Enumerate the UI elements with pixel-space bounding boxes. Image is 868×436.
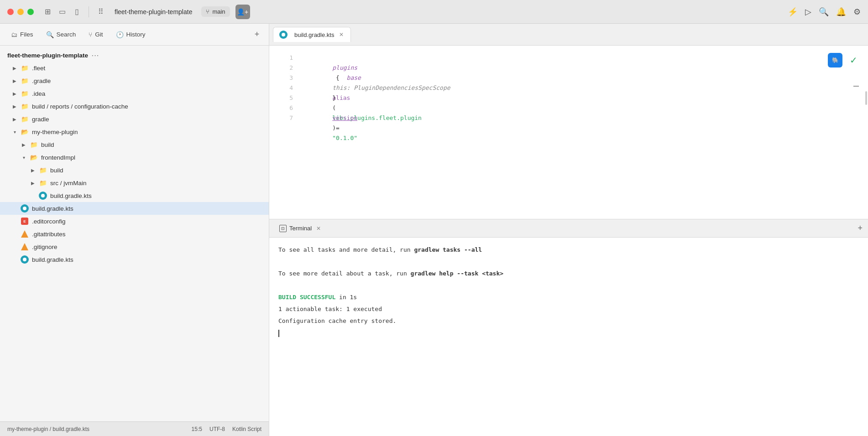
tree-item-label: build / reports / configuration-cache [32,103,128,110]
tree-item-gitignore[interactable]: ▶ .gitignore [0,240,269,253]
terminal-line-actionable: 1 actionable task: 1 executed [278,304,859,314]
chevron-right-icon: ▶ [20,141,27,148]
tree-root-menu[interactable]: ··· [92,52,99,59]
chevron-right-icon: ▶ [29,166,37,174]
folder-icon: 📁 [38,178,47,187]
tree-item-gradle[interactable]: ▶ 📁 gradle [0,113,269,125]
panel-right-icon[interactable]: ▯ [72,7,81,16]
terminal-cursor-line [278,328,859,338]
tree-item-editorconfig[interactable]: ▶ E .editorconfig [0,215,269,228]
vertical-scrollbar[interactable] [865,91,867,105]
code-line-3: alias ( libs.plugins.fleet.plugin ) [297,73,861,83]
tree-item-label: .editorconfig [32,218,66,225]
tree-item-gradle-dir[interactable]: ▶ 📁 .gradle [0,74,269,87]
folder-icon: 📁 [20,63,29,73]
terminal-cache-text: Configuration cache entry stored. [278,317,396,324]
terminal-icon: ⊡ [279,225,287,232]
add-terminal-button[interactable]: + [858,223,863,233]
tree-item-label: my-theme-plugin [32,129,78,135]
folder-icon: 📁 [29,140,38,149]
tree-item-src-jvmMain[interactable]: ▶ 📁 src / jvmMain [0,176,269,189]
gradle-tab-icon [279,30,288,39]
tree-item-label: .gitignore [32,244,58,250]
notification-icon[interactable]: 🔔 [836,7,846,17]
tab-git[interactable]: ⑂ Git [83,28,108,41]
branch-selector[interactable]: ⑂ main [201,6,230,17]
search-icon[interactable]: 🔍 [819,7,829,17]
terminal-text-1: To see all tasks and more detail, run [278,246,414,253]
tree-item-build2[interactable]: ▶ 📁 build [0,138,269,151]
line-num-2: 2 [273,63,293,73]
tree-item-build-gradle-kts-main[interactable]: ▶ build.gradle.kts [0,253,269,266]
terminal-bold-1: gradlew tasks --all [414,246,482,253]
tree-item-label: .gradle [32,78,51,84]
folder-icon: 🗂 [11,31,17,38]
tree-item-build-gradle-kts-inner[interactable]: ▶ build.gradle.kts [0,189,269,202]
language[interactable]: Kotlin Script [232,426,261,432]
terminal-close-icon[interactable]: ✕ [316,225,321,232]
breadcrumb: my-theme-plugin / build.gradle.kts [7,426,89,432]
titlebar-actions: ⚡ ▷ 🔍 🔔 ⚙ [788,7,861,17]
code-editor[interactable]: 1 2 3 4 5 6 7 plugins { this: PluginDepe… [269,46,868,219]
tab-search[interactable]: 🔍 Search [41,28,82,41]
cursor-position[interactable]: 15:5 [192,426,202,432]
minimize-button[interactable] [17,9,24,15]
tree-item-build-gradle-kts-root[interactable]: ▶ build.gradle.kts [0,202,269,215]
panel-bottom-icon[interactable]: ▭ [58,7,67,16]
sidebar-toggle-icon[interactable]: ⊞ [43,7,52,16]
check-button[interactable]: ✓ [846,53,861,67]
tree-item-my-theme-plugin[interactable]: ▾ 📂 my-theme-plugin [0,125,269,138]
git-branch-icon: ⑂ [206,8,209,15]
chevron-right-icon: ▶ [11,115,18,123]
code-content[interactable]: plugins { this: PluginDependenciesSpecSc… [297,46,868,219]
folder-icon: 📁 [20,114,29,124]
line-num-5: 5 [273,93,293,103]
tree-item-label: build.gradle.kts [32,256,73,263]
tree-item-fleet[interactable]: ▶ 📁 .fleet [0,62,269,74]
terminal-actionable-text: 1 actionable task: 1 executed [278,306,382,312]
indent [332,84,346,91]
build-time-text: in 1s [339,294,357,301]
add-tab-button[interactable]: + [251,28,263,41]
tab-files[interactable]: 🗂 Files [5,28,39,41]
sidebar-tabs: 🗂 Files 🔍 Search ⑂ Git 🕐 History + [0,24,269,46]
folder-icon: 📁 [20,76,29,85]
tree-item-label: .gitattributes [32,231,66,238]
statusbar-right: 15:5 UTF-8 Kotlin Script [192,426,261,432]
editor-area: build.gradle.kts ✕ 1 2 3 4 5 6 7 plugins… [269,24,868,436]
tree-item-build-reports[interactable]: ▶ 📁 build / reports / configuration-cach… [0,100,269,113]
folder-open-icon: 📂 [29,153,38,162]
terminal-content[interactable]: To see all tasks and more detail, run gr… [269,238,868,374]
titlebar-separator [89,6,89,17]
terminal-line-1: To see all tasks and more detail, run gr… [278,245,859,255]
tree-item-label: gradle [32,116,49,123]
grid-icon[interactable]: ⠿ [96,7,105,16]
editor-tab-build-gradle[interactable]: build.gradle.kts ✕ [273,27,351,42]
git-file-icon [20,229,29,239]
tree-item-idea[interactable]: ▶ 📁 .idea [0,87,269,100]
folder-icon: 📁 [38,166,47,175]
add-collaborator-button[interactable]: 👤+ [235,5,250,19]
lightning-icon[interactable]: ⚡ [788,7,798,17]
close-button[interactable] [7,9,14,15]
close-tab-button[interactable]: ✕ [338,31,345,38]
tab-history-label: History [126,31,146,38]
tree-item-build3[interactable]: ▶ 📁 build [0,164,269,176]
tree-root-header: fleet-theme-plugin-template ··· [0,49,269,62]
tree-item-label: build.gradle.kts [50,192,92,199]
settings-icon[interactable]: ⚙ [853,7,861,17]
line-numbers: 1 2 3 4 5 6 7 [269,46,297,219]
tab-history[interactable]: 🕐 History [110,28,151,41]
tree-item-gitattributes[interactable]: ▶ .gitattributes [0,228,269,240]
line-num-1: 1 [273,53,293,63]
build-success-text: BUILD SUCCESSFUL [278,294,335,301]
run-gradle-button[interactable]: 🐘 [828,53,842,67]
encoding[interactable]: UTF-8 [209,426,225,432]
minimap-indicator [853,86,859,87]
tab-git-label: Git [95,31,103,38]
run-icon[interactable]: ▷ [805,7,811,17]
terminal-tab[interactable]: ⊡ Terminal ✕ [275,223,325,234]
tree-item-frontendImpl[interactable]: ▾ 📂 frontendImpl [0,151,269,164]
gradle-file-icon [20,255,29,264]
maximize-button[interactable] [27,9,34,15]
